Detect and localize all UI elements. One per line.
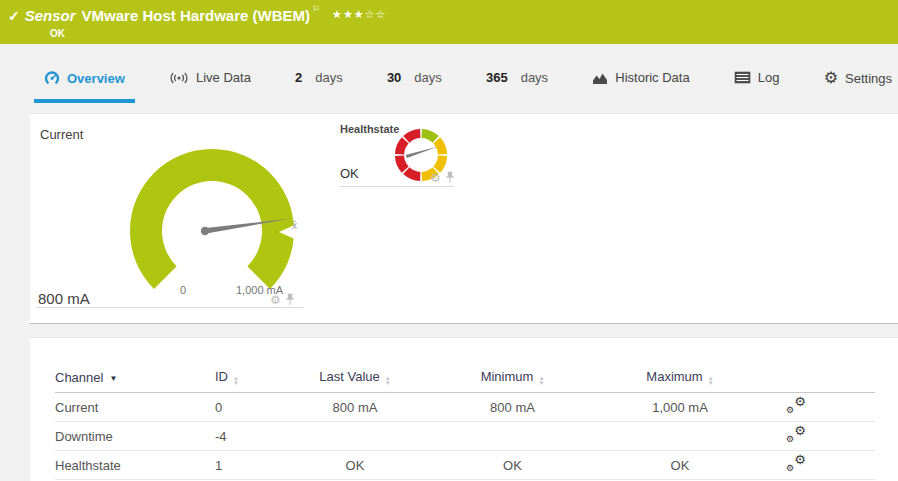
gear-icon[interactable]: ⚙ xyxy=(270,294,281,306)
broadcast-icon xyxy=(169,71,189,85)
gauge-icon xyxy=(44,70,60,86)
channel-id-cell: 1 xyxy=(215,451,285,480)
tab-number: 365 xyxy=(486,70,508,85)
healthstate-gauge-title: Healthstate xyxy=(340,123,399,135)
needle-hub xyxy=(201,227,209,235)
pin-icon[interactable] xyxy=(445,171,455,184)
sort-icon: ▲▼ xyxy=(233,376,239,386)
tab-live-data[interactable]: Live Data xyxy=(169,62,251,102)
segment-warning xyxy=(433,137,447,154)
tab-label: Overview xyxy=(67,71,125,86)
actions-cell: ⚙⚙ xyxy=(760,393,875,422)
minimum-cell xyxy=(425,422,600,451)
channel-name-cell: Downtime xyxy=(55,422,215,451)
tab-number: 30 xyxy=(387,70,401,85)
current-gauge xyxy=(82,116,342,316)
column-header-actions xyxy=(760,362,875,393)
tab-label: days xyxy=(414,70,441,85)
segment-error xyxy=(403,129,420,143)
sort-icon: ▲▼ xyxy=(538,376,544,386)
overview-gauges-panel: Current x̄ 0 1,000 mA 800 mA ⚙ Healthsta… xyxy=(30,113,898,324)
sensor-status-badge: OK xyxy=(50,28,65,39)
gauge-cell-divider xyxy=(36,307,304,308)
last-value-cell: 800 mA xyxy=(285,393,425,422)
maximum-cell: 1,000 mA xyxy=(600,393,760,422)
segment-error xyxy=(395,137,409,154)
current-gauge-title: Current xyxy=(40,127,83,142)
column-label: ID xyxy=(215,369,228,384)
tab-number: 2 xyxy=(295,70,302,85)
pin-icon[interactable] xyxy=(285,293,295,306)
sort-icon: ▲▼ xyxy=(385,376,391,386)
column-label: Channel xyxy=(55,370,103,385)
tab-2-days[interactable]: 2 days xyxy=(295,62,343,102)
segment-ok xyxy=(422,129,439,143)
prtg-sensor-page: ✓ Sensor VMware Host Hardware (WBEM) ⚐ ★… xyxy=(0,0,898,481)
minimum-cell: 800 mA xyxy=(425,393,600,422)
tab-label: Log xyxy=(758,70,780,85)
log-icon xyxy=(734,71,751,84)
priority-stars[interactable]: ★★★☆☆ xyxy=(332,8,386,21)
table-row: Downtime -4 ⚙⚙ xyxy=(55,422,875,451)
mini-gauge-needle xyxy=(406,147,438,158)
sort-icon: ▲▼ xyxy=(708,376,714,386)
healthstate-cell-divider xyxy=(340,186,454,187)
tab-overview[interactable]: Overview xyxy=(44,62,125,103)
channel-name-cell: Current xyxy=(55,393,215,422)
channel-id-cell: 0 xyxy=(215,393,285,422)
tab-365-days[interactable]: 365 days xyxy=(486,62,548,102)
table-row: Healthstate 1 OK OK OK ⚙⚙ xyxy=(55,451,875,480)
segment-error xyxy=(395,156,409,173)
column-header-channel[interactable]: Channel▼ xyxy=(55,362,215,393)
current-gauge-tools: ⚙ xyxy=(270,293,295,306)
column-header-id[interactable]: ID▲▼ xyxy=(215,362,285,393)
last-value-cell: OK xyxy=(285,451,425,480)
current-gauge-value: 800 mA xyxy=(38,290,90,307)
column-header-maximum[interactable]: Maximum▲▼ xyxy=(600,362,760,393)
actions-cell: ⚙⚙ xyxy=(760,451,875,480)
channel-name-cell: Healthstate xyxy=(55,451,215,480)
sensor-title-row: ✓ Sensor VMware Host Hardware (WBEM) ⚐ ★… xyxy=(8,6,386,24)
column-label: Last Value xyxy=(319,369,379,384)
channel-settings-icon[interactable]: ⚙⚙ xyxy=(786,456,806,472)
tab-label: days xyxy=(315,70,342,85)
minimum-cell: OK xyxy=(425,451,600,480)
channel-settings-icon[interactable]: ⚙⚙ xyxy=(786,398,806,414)
tab-log[interactable]: Log xyxy=(734,62,780,102)
tab-bar: Overview Live Data 2 days 30 days 365 da… xyxy=(0,62,898,102)
tab-label: Live Data xyxy=(196,70,251,85)
sensor-title: VMware Host Hardware (WBEM) xyxy=(82,7,310,24)
healthstate-gauge-value: OK xyxy=(340,166,359,181)
maximum-cell xyxy=(600,422,760,451)
gear-icon[interactable]: ⚙ xyxy=(430,172,441,184)
channel-table-panel: Channel▼ ID▲▼ Last Value▲▼ Minimum▲▼ Max… xyxy=(30,337,898,481)
tab-30-days[interactable]: 30 days xyxy=(387,62,442,102)
table-header-row: Channel▼ ID▲▼ Last Value▲▼ Minimum▲▼ Max… xyxy=(55,362,875,393)
column-header-last-value[interactable]: Last Value▲▼ xyxy=(285,362,425,393)
column-header-minimum[interactable]: Minimum▲▼ xyxy=(425,362,600,393)
last-value-cell xyxy=(285,422,425,451)
area-chart-icon xyxy=(592,71,608,85)
check-icon: ✓ xyxy=(8,8,20,24)
sensor-kind-label: Sensor xyxy=(25,7,76,24)
tab-label: Settings xyxy=(845,71,892,86)
channel-id-cell: -4 xyxy=(215,422,285,451)
channel-table: Channel▼ ID▲▼ Last Value▲▼ Minimum▲▼ Max… xyxy=(55,362,875,480)
maximum-cell: OK xyxy=(600,451,760,480)
tab-settings[interactable]: ⚙ Settings xyxy=(824,62,892,103)
tab-historic-data[interactable]: Historic Data xyxy=(592,62,689,102)
column-label: Maximum xyxy=(646,369,702,384)
tab-label: days xyxy=(521,70,548,85)
sort-desc-icon: ▼ xyxy=(109,374,117,383)
channel-settings-icon[interactable]: ⚙⚙ xyxy=(786,427,806,443)
healthstate-gauge-tools: ⚙ xyxy=(430,171,455,184)
sensor-header: ✓ Sensor VMware Host Hardware (WBEM) ⚐ ★… xyxy=(0,0,898,44)
average-marker-label: x̄ xyxy=(292,220,297,231)
tab-label: Historic Data xyxy=(615,70,689,85)
segment-error xyxy=(403,167,420,181)
gauge-scale-min: 0 xyxy=(180,284,186,296)
flag-icon: ⚐ xyxy=(312,4,320,14)
table-row: Current 0 800 mA 800 mA 1,000 mA ⚙⚙ xyxy=(55,393,875,422)
gear-icon: ⚙ xyxy=(824,70,838,86)
column-label: Minimum xyxy=(481,369,534,384)
